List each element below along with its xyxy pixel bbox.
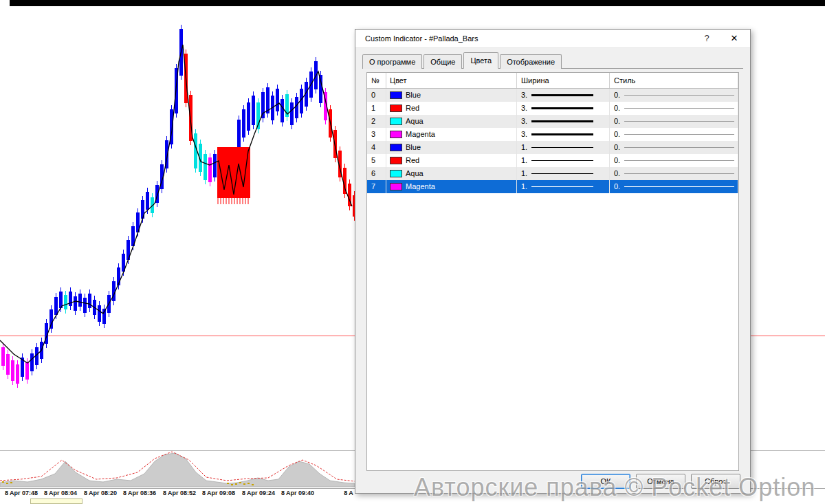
color-swatch-icon	[390, 105, 402, 112]
width-line-sample	[531, 120, 593, 122]
row-index: 4	[367, 141, 386, 154]
time-axis-label: 8 Apr 08:20	[84, 490, 117, 496]
row-index: 0	[367, 89, 386, 102]
color-row-3[interactable]: 3Magenta3.0.	[367, 128, 738, 141]
dialog-title: Custom Indicator - #Pallada_Bars	[365, 30, 478, 47]
color-swatch-icon	[390, 170, 402, 177]
row-index: 2	[367, 115, 386, 128]
color-name: Aqua	[406, 115, 424, 128]
color-name: Blue	[406, 141, 421, 154]
style-line-sample	[624, 160, 734, 161]
style-value: 0.	[614, 180, 620, 193]
color-row-0[interactable]: 0Blue3.0.	[367, 89, 738, 102]
time-axis-label: 8 Apr 09:08	[202, 490, 235, 496]
row-style-cell: 0.	[610, 102, 738, 115]
time-axis-label: 8 Apr 08:04	[44, 490, 77, 496]
color-name: Red	[406, 102, 419, 115]
width-value: 3.	[521, 102, 527, 115]
table-header: № Цвет Ширина Стиль	[367, 73, 738, 89]
row-color-cell: Magenta	[386, 180, 517, 193]
row-style-cell: 0.	[610, 154, 738, 167]
row-index: 1	[367, 102, 386, 115]
color-row-7[interactable]: 7Magenta1.0.	[367, 180, 738, 193]
color-name: Red	[406, 154, 419, 167]
color-row-6[interactable]: 6Aqua1.0.	[367, 167, 738, 180]
row-index: 3	[367, 128, 386, 141]
width-line-sample	[531, 186, 593, 187]
row-index: 7	[367, 180, 386, 193]
width-value: 1.	[521, 167, 527, 180]
style-value: 0.	[614, 167, 620, 180]
width-line-sample	[531, 160, 593, 161]
color-name: Aqua	[406, 167, 424, 180]
style-line-sample	[624, 134, 734, 135]
width-line-sample	[531, 94, 593, 96]
style-value: 0.	[614, 141, 620, 154]
time-axis-label: 8 Apr 07:48	[5, 490, 38, 496]
style-line-sample	[624, 186, 734, 187]
row-style-cell: 0.	[610, 128, 738, 141]
header-width: Ширина	[517, 73, 610, 88]
style-value: 0.	[614, 154, 620, 167]
help-icon[interactable]: ?	[699, 30, 714, 47]
style-value: 0.	[614, 128, 620, 141]
width-value: 3.	[521, 115, 527, 128]
tab-colors[interactable]: Цвета	[463, 52, 498, 69]
color-swatch-icon	[390, 91, 402, 99]
color-name: Blue	[406, 89, 421, 102]
close-icon[interactable]: ✕	[727, 30, 742, 47]
row-color-cell: Magenta	[386, 128, 517, 141]
row-width-cell: 1.	[517, 180, 610, 193]
row-color-cell: Red	[386, 102, 517, 115]
header-color: Цвет	[386, 73, 517, 88]
style-line-sample	[624, 147, 734, 148]
row-color-cell: Blue	[386, 89, 517, 102]
style-line-sample	[624, 173, 734, 174]
row-style-cell: 0.	[610, 115, 738, 128]
row-width-cell: 1.	[517, 167, 610, 180]
style-line-sample	[624, 108, 734, 109]
width-line-sample	[531, 147, 593, 148]
row-width-cell: 3.	[517, 115, 610, 128]
row-color-cell: Red	[386, 154, 517, 167]
row-width-cell: 3.	[517, 128, 610, 141]
time-axis-label: 8 A	[344, 490, 353, 496]
tab-about[interactable]: О программе	[362, 54, 422, 69]
dialog-title-bar[interactable]: Custom Indicator - #Pallada_Bars ? ✕	[355, 30, 750, 48]
dialog-tabs: О программеОбщиеЦветаОтображение	[362, 54, 743, 69]
header-num: №	[367, 73, 386, 88]
color-name: Magenta	[406, 180, 435, 193]
row-color-cell: Aqua	[386, 115, 517, 128]
width-line-sample	[531, 173, 593, 174]
style-value: 0.	[614, 89, 620, 102]
screen: 8 Apr 07:488 Apr 08:048 Apr 08:208 Apr 0…	[0, 0, 825, 504]
row-width-cell: 1.	[517, 154, 610, 167]
tab-display[interactable]: Отображение	[500, 54, 562, 69]
row-color-cell: Blue	[386, 141, 517, 154]
header-style: Стиль	[610, 73, 738, 88]
style-line-sample	[624, 95, 734, 96]
custom-indicator-dialog: Custom Indicator - #Pallada_Bars ? ✕ О п…	[355, 29, 751, 494]
tab-common[interactable]: Общие	[424, 54, 462, 69]
row-style-cell: 0.	[610, 180, 738, 193]
width-value: 1.	[521, 141, 527, 154]
color-row-5[interactable]: 5Red1.0.	[367, 154, 738, 167]
watermark: Авторские права © Pocket Option	[414, 473, 815, 502]
width-line-sample	[531, 107, 593, 109]
time-axis-label: 8 Apr 09:24	[242, 490, 275, 496]
style-line-sample	[624, 121, 734, 122]
color-swatch-icon	[390, 144, 402, 151]
width-line-sample	[531, 133, 593, 135]
color-row-1[interactable]: 1Red3.0.	[367, 102, 738, 115]
width-value: 1.	[521, 180, 527, 193]
width-value: 1.	[521, 154, 527, 167]
color-row-2[interactable]: 2Aqua3.0.	[367, 115, 738, 128]
color-swatch-icon	[390, 118, 402, 125]
row-style-cell: 0.	[610, 89, 738, 102]
time-axis-label: 8 Apr 08:52	[163, 490, 196, 496]
chart-tab-stub[interactable]	[30, 498, 82, 504]
color-row-4[interactable]: 4Blue1.0.	[367, 141, 738, 154]
style-value: 0.	[614, 115, 620, 128]
color-name: Magenta	[406, 128, 435, 141]
row-width-cell: 3.	[517, 102, 610, 115]
